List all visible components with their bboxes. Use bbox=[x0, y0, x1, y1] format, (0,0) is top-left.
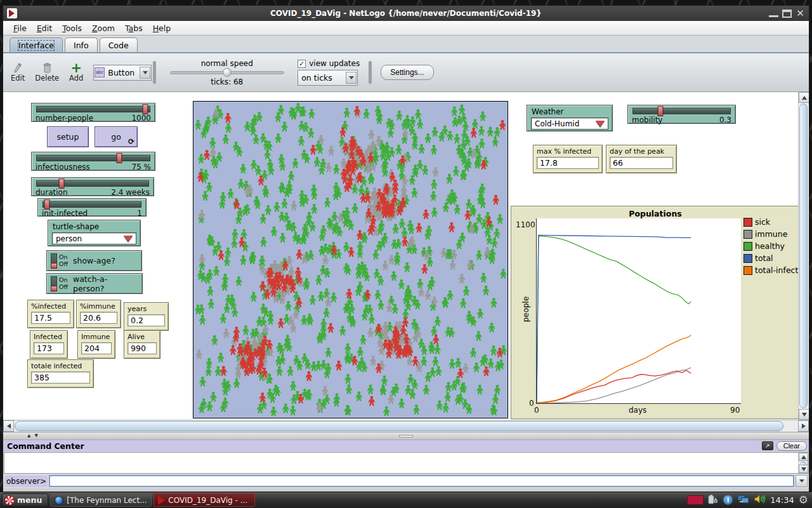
slider-duration[interactable]: duration2.4 weeks bbox=[31, 177, 154, 196]
splitter-collapse-arrows[interactable]: ▲ ▼ bbox=[27, 433, 39, 438]
menu-tabs[interactable]: Tabs bbox=[120, 22, 148, 34]
switch-track[interactable] bbox=[51, 253, 57, 269]
slider-infectiousness[interactable]: infectiousness75 % bbox=[31, 152, 155, 171]
delete-tool-button[interactable]: Delete bbox=[35, 62, 59, 83]
system-tray: i 14:34 ⚙ bbox=[687, 494, 810, 507]
maximize-button[interactable] bbox=[782, 10, 792, 18]
switch-show-age[interactable]: OnOff show-age? bbox=[46, 250, 142, 271]
vertical-scrollbar[interactable] bbox=[798, 92, 809, 420]
agent-healthy bbox=[487, 127, 494, 137]
switch-handle[interactable] bbox=[51, 263, 57, 269]
settings-button[interactable]: Settings... bbox=[381, 65, 433, 80]
horizontal-scrollbar[interactable] bbox=[3, 420, 809, 432]
splitter-grip[interactable] bbox=[399, 435, 413, 438]
tab-interface[interactable]: Interface bbox=[10, 37, 63, 52]
go-button[interactable]: go ⟳ bbox=[95, 126, 138, 147]
world-view[interactable] bbox=[193, 101, 508, 418]
triangle-up-icon bbox=[801, 455, 806, 459]
plot-line-healthy bbox=[537, 236, 691, 403]
agent-immune bbox=[322, 255, 329, 264]
tab-code[interactable]: Code bbox=[100, 37, 138, 52]
minimize-button[interactable] bbox=[769, 10, 778, 17]
command-center-splitter[interactable]: ▲ ▼ bbox=[3, 432, 809, 440]
start-menu-button[interactable]: menu bbox=[2, 493, 48, 507]
scroll-up-button[interactable] bbox=[799, 92, 809, 103]
scroll-right-button[interactable] bbox=[798, 420, 809, 432]
update-mode-arrow[interactable] bbox=[346, 72, 357, 84]
agent-sick bbox=[433, 335, 439, 344]
switch-track[interactable] bbox=[51, 276, 57, 291]
agent-healthy bbox=[431, 180, 437, 189]
title-bar[interactable]: COVID_19_DaVig - NetLogo {/home/never/Do… bbox=[3, 6, 809, 21]
scrollbar-thumb[interactable] bbox=[799, 104, 808, 408]
command-input[interactable] bbox=[49, 475, 794, 487]
agent-healthy bbox=[434, 344, 440, 354]
triangle-down-icon bbox=[802, 413, 807, 417]
agent-healthy bbox=[251, 159, 257, 169]
menu-zoom[interactable]: Zoom bbox=[87, 22, 120, 34]
slider-number-people[interactable]: number-people1000 bbox=[31, 103, 155, 122]
command-center-output[interactable] bbox=[4, 452, 808, 474]
agent-healthy bbox=[344, 343, 351, 352]
command-history-dropdown[interactable] bbox=[796, 475, 808, 487]
update-mode-dropdown[interactable]: on ticks bbox=[298, 70, 358, 86]
output-scrollbar[interactable] bbox=[798, 453, 808, 473]
gear-icon[interactable]: ⚙ bbox=[799, 495, 808, 505]
edit-tool-button[interactable]: Edit bbox=[11, 62, 25, 83]
add-tool-button[interactable]: + Add bbox=[69, 62, 83, 83]
network-icon[interactable] bbox=[737, 494, 750, 507]
scroll-down-button[interactable] bbox=[799, 465, 808, 473]
scroll-left-button[interactable] bbox=[3, 420, 14, 432]
agent-healthy bbox=[260, 237, 266, 246]
chevron-down-icon bbox=[799, 479, 804, 483]
monitor-immune: Immune 204 bbox=[77, 330, 115, 359]
clock[interactable]: 14:34 bbox=[770, 495, 794, 505]
widget-type-arrow[interactable] bbox=[140, 67, 150, 79]
switch-watch-a-person[interactable]: OnOff watch-a-person? bbox=[46, 273, 143, 294]
chooser-weather[interactable]: Weather Cold-Humid bbox=[527, 105, 613, 131]
agent-sick bbox=[471, 128, 477, 137]
update-shield-icon[interactable]: i bbox=[723, 495, 733, 505]
chooser-turtle-shape[interactable]: turtle-shape person bbox=[48, 220, 141, 246]
weather-select[interactable]: Cold-Humid bbox=[531, 117, 608, 130]
menu-tools[interactable]: Tools bbox=[57, 22, 87, 34]
command-center-popout-button[interactable]: ↗ bbox=[762, 441, 773, 450]
view-updates-checkbox[interactable]: ✓ bbox=[298, 60, 306, 68]
turtle-shape-select[interactable]: person bbox=[52, 232, 136, 244]
clear-button[interactable]: Clear bbox=[776, 441, 807, 451]
volume-icon[interactable] bbox=[754, 494, 766, 507]
agent-healthy bbox=[288, 171, 294, 180]
scroll-up-button[interactable] bbox=[799, 453, 808, 461]
switch-handle[interactable] bbox=[51, 286, 57, 291]
tab-info[interactable]: Info bbox=[65, 37, 98, 52]
agent-healthy bbox=[281, 199, 287, 208]
keyboard-layout-flag-icon[interactable] bbox=[687, 495, 704, 505]
agent-healthy bbox=[476, 250, 482, 260]
slider-init-infected[interactable]: init-infected1 bbox=[37, 198, 147, 217]
close-button[interactable]: ✕ bbox=[796, 10, 805, 18]
scroll-down-button[interactable] bbox=[799, 409, 809, 420]
populations-plot: Populations 1100 people 0 0 days 90 sick… bbox=[511, 206, 800, 419]
speed-slider[interactable] bbox=[170, 71, 284, 74]
slider-handle[interactable] bbox=[58, 178, 64, 189]
agent-sick bbox=[306, 371, 312, 381]
menu-file[interactable]: File bbox=[8, 22, 32, 34]
agent-healthy bbox=[308, 250, 314, 260]
menu-help[interactable]: Help bbox=[148, 22, 176, 34]
browser-icon bbox=[55, 496, 63, 505]
slider-handle[interactable] bbox=[142, 104, 148, 114]
slider-handle[interactable] bbox=[116, 153, 122, 163]
widget-type-dropdown[interactable]: abc Button bbox=[93, 65, 152, 81]
scrollbar-thumb[interactable] bbox=[15, 421, 783, 431]
slider-handle[interactable] bbox=[657, 106, 663, 116]
agent-healthy bbox=[412, 379, 418, 389]
slider-handle[interactable] bbox=[44, 199, 50, 210]
speed-slider-thumb[interactable] bbox=[223, 68, 232, 77]
battery-icon[interactable] bbox=[708, 494, 719, 507]
slider-mobility[interactable]: mobility0.3 bbox=[627, 105, 736, 124]
setup-button[interactable]: setup bbox=[47, 126, 89, 147]
taskbar-item-feynman[interactable]: [The Feynman Lect... bbox=[50, 493, 152, 507]
legend-item-healthy: healthy bbox=[743, 241, 800, 251]
menu-edit[interactable]: Edit bbox=[32, 22, 57, 34]
taskbar-item-netlogo[interactable]: COVID_19_DaVig - ... bbox=[154, 493, 255, 507]
